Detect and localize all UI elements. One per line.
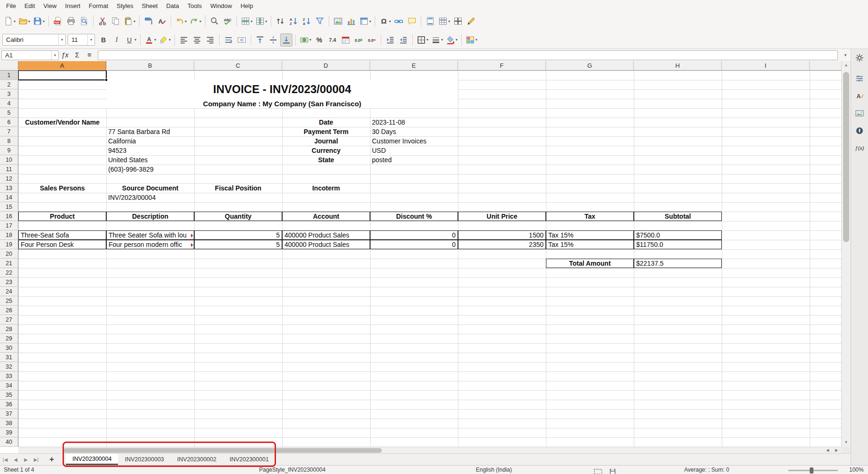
- row-header-23[interactable]: 23: [0, 277, 18, 287]
- cell-D6[interactable]: Date: [282, 118, 370, 127]
- dropdown-arrow-icon[interactable]: ▾: [369, 19, 371, 24]
- sheet-tab-INV202300004[interactable]: INV202300004: [66, 454, 118, 465]
- dropdown-arrow-icon[interactable]: ▾: [441, 38, 443, 42]
- increase-indent-button[interactable]: [384, 33, 396, 47]
- next-sheet-button[interactable]: ▶: [21, 457, 31, 462]
- dropdown-arrow-icon[interactable]: ▾: [389, 19, 391, 24]
- row-header-3[interactable]: 3: [0, 89, 18, 99]
- paste-button[interactable]: ▾: [123, 15, 136, 28]
- sort-button[interactable]: [274, 15, 286, 28]
- format-currency-button[interactable]: $▾: [299, 33, 312, 47]
- comment-button[interactable]: [406, 15, 418, 28]
- font-color-button[interactable]: A▾: [143, 33, 157, 47]
- cell-B19[interactable]: Four person modern offic: [106, 240, 194, 249]
- expand-formula-bar-icon[interactable]: ▾: [840, 53, 851, 57]
- row-header-6[interactable]: 6: [0, 118, 18, 127]
- underline-button[interactable]: U▾: [124, 33, 137, 47]
- row-header-2[interactable]: 2: [0, 80, 18, 89]
- new-document-button[interactable]: ▾: [3, 15, 16, 28]
- freeze-panes-button[interactable]: ▾: [437, 15, 451, 28]
- row-header-37[interactable]: 37: [0, 409, 18, 419]
- cell-D16[interactable]: Account: [282, 212, 370, 221]
- row-header-20[interactable]: 20: [0, 249, 18, 259]
- cell-H18[interactable]: $7500.0: [634, 230, 722, 240]
- zoom-slider-thumb[interactable]: [810, 467, 813, 474]
- menu-tools[interactable]: Tools: [183, 1, 206, 11]
- row-header-22[interactable]: 22: [0, 268, 18, 277]
- menu-format[interactable]: Format: [85, 1, 112, 11]
- cell-B13[interactable]: Source Document: [106, 183, 194, 193]
- sheet-tab-INV202300001[interactable]: INV202300001: [223, 454, 275, 465]
- split-window-button[interactable]: [452, 15, 464, 28]
- select-all-corner[interactable]: [0, 61, 18, 71]
- horizontal-scrollbar[interactable]: ◀ ▶: [18, 447, 841, 453]
- row-header-15[interactable]: 15: [0, 202, 18, 212]
- scroll-right-icon[interactable]: ▶: [832, 447, 841, 454]
- dropdown-arrow-icon[interactable]: ▾: [28, 19, 30, 24]
- insert-image-button[interactable]: [332, 15, 344, 28]
- column-header-A[interactable]: A: [18, 61, 106, 71]
- row-header-21[interactable]: 21: [0, 259, 18, 268]
- language-status[interactable]: English (India): [476, 466, 512, 473]
- function-wizard-icon[interactable]: ƒx: [59, 51, 71, 59]
- vertical-scrollbar[interactable]: ▲ ▼: [841, 61, 851, 447]
- align-bottom-button[interactable]: [280, 33, 292, 47]
- row-header-24[interactable]: 24: [0, 287, 18, 296]
- column-header-J[interactable]: J: [810, 61, 841, 71]
- column-header-E[interactable]: E: [370, 61, 458, 71]
- cell-G16[interactable]: Tax: [546, 212, 634, 221]
- column-header-D[interactable]: D: [282, 61, 370, 71]
- zoom-level[interactable]: 100%: [849, 466, 864, 473]
- format-percent-button[interactable]: %: [313, 33, 325, 47]
- cell-B8[interactable]: California: [106, 136, 194, 146]
- dropdown-arrow-icon[interactable]: ▾: [185, 19, 187, 24]
- cell-B18[interactable]: Three Seater Sofa with lou: [106, 230, 194, 240]
- special-character-button[interactable]: Ω▾: [378, 15, 392, 28]
- dropdown-arrow-icon[interactable]: ▾: [251, 19, 253, 24]
- cell-C19[interactable]: 5: [194, 240, 282, 249]
- cell-A16[interactable]: Product: [18, 212, 106, 221]
- format-date-button[interactable]: [339, 33, 352, 47]
- highlight-color-button[interactable]: ▾: [158, 33, 172, 47]
- chevron-down-icon[interactable]: ▾: [51, 51, 58, 60]
- row-header-8[interactable]: 8: [0, 136, 18, 146]
- column-header-C[interactable]: C: [194, 61, 282, 71]
- clone-formatting-button[interactable]: [142, 15, 155, 28]
- chevron-down-icon[interactable]: ▾: [58, 34, 65, 45]
- dropdown-arrow-icon[interactable]: ▾: [134, 38, 136, 42]
- row-header-25[interactable]: 25: [0, 296, 18, 306]
- dropdown-arrow-icon[interactable]: ▾: [14, 19, 16, 24]
- column-header-F[interactable]: F: [458, 61, 546, 71]
- add-decimal-button[interactable]: 0.0: [353, 33, 365, 47]
- functions-button[interactable]: ƒ(x): [853, 142, 866, 155]
- row-header-26[interactable]: 26: [0, 306, 18, 315]
- redo-button[interactable]: ▾: [189, 15, 202, 28]
- sort-descending-button[interactable]: ZA: [300, 15, 313, 28]
- undo-button[interactable]: ▾: [174, 15, 188, 28]
- row-header-40[interactable]: 40: [0, 437, 18, 447]
- scroll-down-icon[interactable]: ▼: [842, 438, 851, 447]
- open-file-button[interactable]: ▾: [17, 15, 31, 28]
- cell-E18[interactable]: 0: [370, 230, 458, 240]
- column-header-G[interactable]: G: [546, 61, 634, 71]
- cell-H21[interactable]: $22137.5: [634, 259, 722, 268]
- row-header-17[interactable]: 17: [0, 221, 18, 230]
- menu-data[interactable]: Data: [162, 1, 183, 11]
- delete-decimal-button[interactable]: 0.0: [366, 33, 378, 47]
- row-header-27[interactable]: 27: [0, 315, 18, 324]
- clear-formatting-button[interactable]: A: [156, 15, 168, 28]
- bold-button[interactable]: B: [97, 33, 110, 47]
- formula-input[interactable]: [98, 50, 838, 60]
- dropdown-arrow-icon[interactable]: ▾: [43, 19, 45, 24]
- row-header-34[interactable]: 34: [0, 381, 18, 390]
- row-header-1[interactable]: 1: [0, 71, 18, 80]
- print-button[interactable]: [65, 15, 77, 28]
- insert-chart-button[interactable]: [345, 15, 357, 28]
- font-size-combo[interactable]: 11 ▾: [68, 34, 95, 46]
- cell-E16[interactable]: Discount %: [370, 212, 458, 221]
- sheet-tab-INV202300003[interactable]: INV202300003: [118, 454, 170, 465]
- conditional-formatting-button[interactable]: ▾: [465, 33, 478, 47]
- cell-D13[interactable]: Incoterm: [282, 183, 370, 193]
- align-vcenter-button[interactable]: [267, 33, 279, 47]
- background-color-button[interactable]: ▾: [445, 33, 458, 47]
